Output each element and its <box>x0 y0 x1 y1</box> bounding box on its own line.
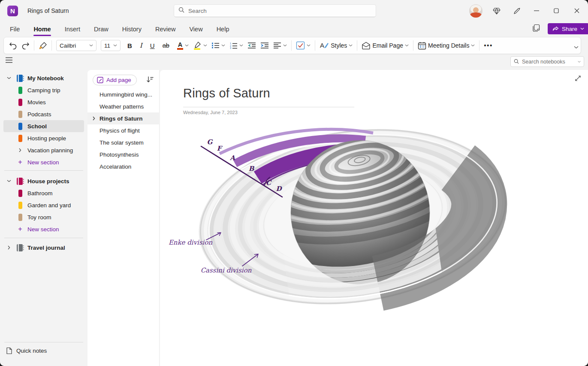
notebook-house-projects[interactable]: House projects <box>3 175 84 187</box>
menu-view[interactable]: View <box>184 24 208 34</box>
rewards-diamond-icon[interactable] <box>492 7 501 15</box>
notebook-icon <box>15 244 26 252</box>
page-item-rings-of-saturn[interactable]: Rings of Saturn <box>87 112 160 124</box>
email-page-button[interactable]: Email Page <box>362 42 409 49</box>
notebook-travel-journal[interactable]: Travel journal <box>3 242 84 254</box>
search-input[interactable] <box>188 8 371 14</box>
undo-button[interactable] <box>9 42 17 49</box>
font-size-select[interactable]: 11 <box>101 40 121 51</box>
section-label: Toy room <box>26 214 51 221</box>
account-avatar[interactable] <box>469 4 482 18</box>
new-section-button[interactable]: + New section <box>3 156 84 168</box>
quick-notes-label: Quick notes <box>15 348 47 354</box>
section-color-tab <box>18 99 22 106</box>
sort-pages-button[interactable] <box>146 76 154 84</box>
page-item-photosynthesis[interactable]: Photosynthesis <box>87 148 160 160</box>
page-title-label: Hummingbird wing... <box>100 91 152 98</box>
add-page-button[interactable]: Add page <box>93 75 137 85</box>
expand-page-icon[interactable] <box>574 75 582 82</box>
onenote-window: N Rings of Saturn File Home Insert Draw <box>0 0 588 366</box>
section-color-tab <box>18 190 22 197</box>
increase-indent-button[interactable] <box>260 42 269 49</box>
section-label: Podcasts <box>26 111 51 118</box>
window-title: Rings of Saturn <box>27 7 69 14</box>
chevron-down-icon[interactable] <box>3 180 15 182</box>
menu-home[interactable]: Home <box>28 24 56 34</box>
underline-button[interactable]: U <box>150 42 155 49</box>
sidebar-section-movies[interactable]: Movies <box>3 96 84 108</box>
bulleted-list-button[interactable] <box>211 42 225 49</box>
bold-button[interactable]: B <box>127 42 132 49</box>
page-title[interactable]: Rings of Saturn <box>183 86 270 100</box>
alignment-button[interactable] <box>273 42 287 49</box>
format-painter-button[interactable] <box>39 42 47 50</box>
chevron-right-icon[interactable] <box>3 245 15 250</box>
sidebar-section-toy-room[interactable]: Toy room <box>3 211 84 223</box>
page-title-label: Photosynthesis <box>100 151 139 158</box>
section-color-tab <box>18 111 22 118</box>
meeting-details-button[interactable]: Meeting Details <box>418 42 475 50</box>
notebook-name: My Notebook <box>26 75 64 82</box>
page-icon <box>3 347 15 354</box>
global-search-box[interactable] <box>174 4 376 17</box>
menu-draw[interactable]: Draw <box>88 24 114 34</box>
quick-notes-button[interactable]: Quick notes <box>3 345 84 357</box>
ribbon-overflow-button[interactable]: ••• <box>484 42 493 49</box>
chevron-right-icon[interactable] <box>15 148 26 152</box>
font-name-select[interactable]: Cailbri <box>56 40 96 51</box>
notebooks-search-box[interactable] <box>510 56 584 67</box>
font-color-button[interactable]: A <box>177 42 189 50</box>
minimize-button[interactable] <box>527 0 546 21</box>
sidebar-section-camping-trip[interactable]: Camping trip <box>3 84 84 96</box>
menu-file[interactable]: File <box>4 24 25 34</box>
notebook-icon <box>15 74 26 82</box>
chevron-down-icon <box>203 44 207 47</box>
chevron-right-icon <box>93 115 100 122</box>
strikethrough-button[interactable]: ab <box>163 42 169 49</box>
font-name-value: Cailbri <box>60 42 76 49</box>
page-item-the-solar-system[interactable]: The solar system <box>87 136 160 148</box>
close-button[interactable] <box>567 0 587 21</box>
page-item-accelaration[interactable]: Accelaration <box>87 160 160 172</box>
new-section-button[interactable]: + New section <box>3 223 84 235</box>
decrease-indent-button[interactable] <box>247 42 256 49</box>
notebook-icon <box>15 177 26 185</box>
whats-new-pen-icon[interactable] <box>513 7 521 15</box>
chevron-down-icon <box>580 27 584 30</box>
page-item-physics-of-flight[interactable]: Physics of flight <box>87 124 160 136</box>
saturn-drawing[interactable]: G F A B C D <box>163 122 523 311</box>
section-color-tab <box>18 214 22 221</box>
chevron-down-icon <box>239 44 243 47</box>
sidebar-section-school[interactable]: School <box>3 120 84 132</box>
ring-label-c: C <box>266 179 272 187</box>
sidebar-section-hosting-people[interactable]: Hosting people <box>3 132 84 144</box>
maximize-button[interactable] <box>546 0 566 21</box>
sidebar-section-group-vacation-planning[interactable]: Vacation planning <box>3 144 84 156</box>
italic-button[interactable]: I <box>140 42 142 49</box>
notebook-my-notebook[interactable]: My Notebook <box>3 72 84 84</box>
compose-icon <box>97 77 103 83</box>
menu-help[interactable]: Help <box>211 24 235 34</box>
navigation-hamburger-button[interactable] <box>5 57 14 65</box>
notebooks-search-input[interactable] <box>522 59 575 65</box>
page-canvas[interactable]: Rings of Saturn Wednesday, June 7, 2023 <box>160 70 588 366</box>
search-icon <box>514 58 519 66</box>
styles-button[interactable]: A Styles <box>320 41 353 50</box>
menu-history[interactable]: History <box>117 24 147 34</box>
sidebar-section-garden-and-yard[interactable]: Garden and yard <box>3 199 84 211</box>
ribbon-collapse-chevron[interactable] <box>574 43 579 51</box>
sidebar-section-podcasts[interactable]: Podcasts <box>3 108 84 120</box>
page-item-weather-patterns[interactable]: Weather patterns <box>87 100 160 112</box>
chevron-down-icon[interactable] <box>3 77 15 79</box>
numbered-list-button[interactable]: 123 <box>229 42 243 49</box>
menu-review[interactable]: Review <box>150 24 181 34</box>
share-button[interactable]: Share <box>548 23 588 34</box>
todo-tag-button[interactable] <box>296 41 311 50</box>
redo-button[interactable] <box>21 42 30 49</box>
copy-page-icon[interactable] <box>532 24 541 33</box>
page-item-hummingbird[interactable]: Hummingbird wing... <box>87 88 160 100</box>
chevron-down-icon <box>349 44 353 47</box>
sidebar-section-bathroom[interactable]: Bathroom <box>3 187 84 199</box>
highlighter-button[interactable] <box>193 41 207 50</box>
menu-insert[interactable]: Insert <box>59 24 86 34</box>
